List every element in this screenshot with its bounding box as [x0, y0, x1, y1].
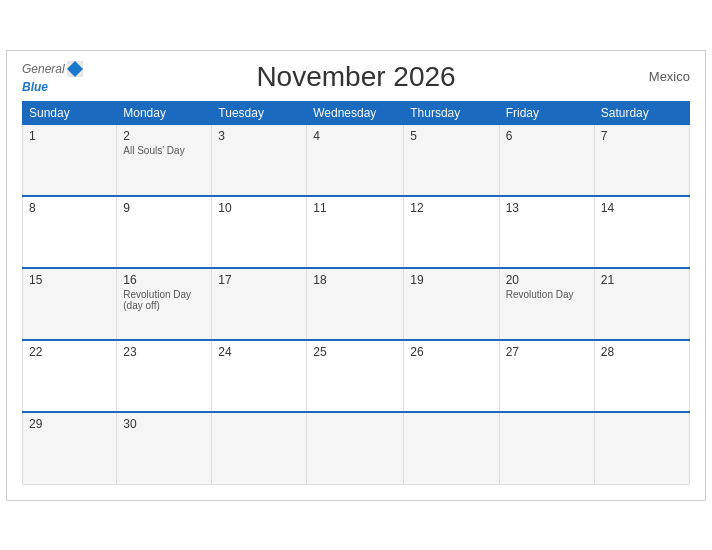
day-number: 3 [218, 129, 300, 143]
table-row: 26 [404, 340, 499, 412]
day-number: 22 [29, 345, 110, 359]
table-row: 11 [307, 196, 404, 268]
table-row: 29 [23, 412, 117, 484]
table-row: 15 [23, 268, 117, 340]
table-row: 27 [499, 340, 594, 412]
table-row: 25 [307, 340, 404, 412]
day-number: 28 [601, 345, 683, 359]
table-row [212, 412, 307, 484]
logo: General Blue [22, 61, 83, 95]
holiday-label: All Souls' Day [123, 145, 205, 156]
calendar-container: General Blue November 2026 Mexico Sunday… [6, 50, 706, 501]
col-monday: Monday [117, 101, 212, 124]
table-row [307, 412, 404, 484]
table-row: 23 [117, 340, 212, 412]
logo-flag-icon [67, 61, 83, 77]
table-row: 24 [212, 340, 307, 412]
table-row: 18 [307, 268, 404, 340]
col-tuesday: Tuesday [212, 101, 307, 124]
table-row: 22 [23, 340, 117, 412]
holiday-label: Revolution Day (day off) [123, 289, 205, 311]
day-number: 29 [29, 417, 110, 431]
country-label: Mexico [649, 69, 690, 84]
table-row: 14 [594, 196, 689, 268]
table-row: 6 [499, 124, 594, 196]
day-number: 27 [506, 345, 588, 359]
day-number: 21 [601, 273, 683, 287]
table-row: 28 [594, 340, 689, 412]
day-number: 9 [123, 201, 205, 215]
col-saturday: Saturday [594, 101, 689, 124]
day-number: 1 [29, 129, 110, 143]
holiday-label: Revolution Day [506, 289, 588, 300]
table-row: 10 [212, 196, 307, 268]
day-number: 12 [410, 201, 492, 215]
day-number: 5 [410, 129, 492, 143]
calendar-header-row: Sunday Monday Tuesday Wednesday Thursday… [23, 101, 690, 124]
day-number: 13 [506, 201, 588, 215]
table-row: 21 [594, 268, 689, 340]
col-thursday: Thursday [404, 101, 499, 124]
calendar-body: 12All Souls' Day345678910111213141516Rev… [23, 124, 690, 484]
table-row: 17 [212, 268, 307, 340]
logo-general-text: General [22, 62, 65, 76]
day-number: 4 [313, 129, 397, 143]
table-row: 30 [117, 412, 212, 484]
day-number: 30 [123, 417, 205, 431]
day-number: 23 [123, 345, 205, 359]
day-number: 19 [410, 273, 492, 287]
table-row: 1 [23, 124, 117, 196]
table-row: 2All Souls' Day [117, 124, 212, 196]
day-number: 2 [123, 129, 205, 143]
table-row: 16Revolution Day (day off) [117, 268, 212, 340]
col-wednesday: Wednesday [307, 101, 404, 124]
day-number: 24 [218, 345, 300, 359]
table-row: 3 [212, 124, 307, 196]
day-number: 26 [410, 345, 492, 359]
table-row: 5 [404, 124, 499, 196]
table-row: 8 [23, 196, 117, 268]
table-row: 9 [117, 196, 212, 268]
calendar-title: November 2026 [256, 61, 455, 93]
day-number: 8 [29, 201, 110, 215]
table-row: 20Revolution Day [499, 268, 594, 340]
day-number: 18 [313, 273, 397, 287]
day-number: 6 [506, 129, 588, 143]
col-sunday: Sunday [23, 101, 117, 124]
day-number: 17 [218, 273, 300, 287]
table-row [594, 412, 689, 484]
table-row: 19 [404, 268, 499, 340]
day-number: 11 [313, 201, 397, 215]
day-number: 10 [218, 201, 300, 215]
day-number: 14 [601, 201, 683, 215]
table-row: 4 [307, 124, 404, 196]
day-number: 16 [123, 273, 205, 287]
calendar-table: Sunday Monday Tuesday Wednesday Thursday… [22, 101, 690, 485]
day-number: 20 [506, 273, 588, 287]
col-friday: Friday [499, 101, 594, 124]
calendar-header: General Blue November 2026 Mexico [22, 61, 690, 93]
day-number: 7 [601, 129, 683, 143]
table-row [404, 412, 499, 484]
table-row: 12 [404, 196, 499, 268]
table-row: 13 [499, 196, 594, 268]
day-number: 15 [29, 273, 110, 287]
logo-blue-text: Blue [22, 80, 48, 94]
day-number: 25 [313, 345, 397, 359]
table-row [499, 412, 594, 484]
table-row: 7 [594, 124, 689, 196]
